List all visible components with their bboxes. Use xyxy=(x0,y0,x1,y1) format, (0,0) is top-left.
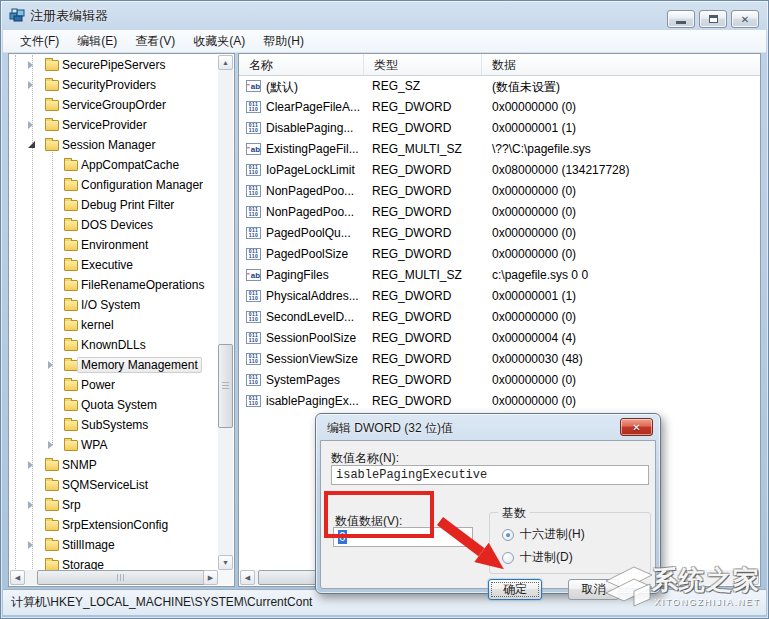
hex-radio-label[interactable]: 十六进制(H) xyxy=(520,526,585,543)
tree-item-filerenameoperations[interactable]: FileRenameOperations xyxy=(9,275,218,295)
column-header-data[interactable]: 数据 xyxy=(482,54,760,75)
tree-item-subsystems[interactable]: SubSystems xyxy=(9,415,218,435)
tree-item-label[interactable]: Quota System xyxy=(81,398,157,412)
tree-item-securepipeservers[interactable]: SecurePipeServers xyxy=(9,55,218,75)
table-row[interactable]: 011110ClearPageFileA...REG_DWORD0x000000… xyxy=(239,97,760,118)
table-row[interactable]: 011110DisablePaging...REG_DWORD0x0000000… xyxy=(239,118,760,139)
tree-item-label[interactable]: SrpExtensionConfig xyxy=(62,518,168,532)
tree-item-label[interactable]: SubSystems xyxy=(81,418,148,432)
expand-arrow-icon[interactable] xyxy=(48,441,53,449)
maximize-button[interactable] xyxy=(699,10,727,28)
ok-button[interactable]: 确定 xyxy=(488,579,542,600)
tree-item-label[interactable]: SQMServiceList xyxy=(62,478,148,492)
tree-item-label[interactable]: DOS Devices xyxy=(81,218,153,232)
tree-item-i-o-system[interactable]: I/O System xyxy=(9,295,218,315)
close-button[interactable]: ✕ xyxy=(731,10,759,28)
collapse-arrow-icon[interactable] xyxy=(28,141,35,148)
tree-item-environment[interactable]: Environment xyxy=(9,235,218,255)
expand-arrow-icon[interactable] xyxy=(28,541,33,549)
minimize-button[interactable] xyxy=(667,10,695,28)
tree-item-label[interactable]: WPA xyxy=(81,438,107,452)
table-row[interactable]: "ab(默认)REG_SZ(数值未设置) xyxy=(239,76,760,97)
tree-item-label[interactable]: FileRenameOperations xyxy=(81,278,204,292)
menu-item-2[interactable]: 查看(V) xyxy=(126,30,184,53)
dec-radio-label[interactable]: 十进制(D) xyxy=(520,549,573,566)
tree-item-knowndlls[interactable]: KnownDLLs xyxy=(9,335,218,355)
scroll-down-arrow[interactable]: ▼ xyxy=(218,555,233,570)
tree-item-label[interactable]: Debug Print Filter xyxy=(81,198,174,212)
tree-item-label[interactable]: ServiceGroupOrder xyxy=(62,98,166,112)
expand-arrow-icon[interactable] xyxy=(28,81,33,89)
table-row[interactable]: 011110SessionPoolSizeREG_DWORD0x00000004… xyxy=(239,328,760,349)
tree-item-label[interactable]: StillImage xyxy=(62,538,115,552)
dec-radio[interactable] xyxy=(502,552,514,564)
table-row[interactable]: 011110NonPagedPoo...REG_DWORD0x00000000 … xyxy=(239,181,760,202)
tree-item-label[interactable]: Memory Management xyxy=(77,357,202,373)
tree-item-dos-devices[interactable]: DOS Devices xyxy=(9,215,218,235)
menu-item-4[interactable]: 帮助(H) xyxy=(254,30,313,53)
tree-item-label[interactable]: Environment xyxy=(81,238,148,252)
tree-vertical-scrollbar[interactable]: ▲ ▼ xyxy=(218,55,233,570)
tree-item-kernel[interactable]: kernel xyxy=(9,315,218,335)
tree-item-sqmservicelist[interactable]: SQMServiceList xyxy=(9,475,218,495)
scroll-up-arrow[interactable]: ▲ xyxy=(218,55,233,70)
tree-item-label[interactable]: Session Manager xyxy=(62,138,155,152)
tree-item-session-manager[interactable]: Session Manager xyxy=(9,135,218,155)
expand-arrow-icon[interactable] xyxy=(48,361,53,369)
hex-radio[interactable] xyxy=(502,529,514,541)
tree-vscroll-thumb[interactable] xyxy=(218,344,233,428)
tree-item-quota-system[interactable]: Quota System xyxy=(9,395,218,415)
tree-item-power[interactable]: Power xyxy=(9,375,218,395)
tree-item-label[interactable]: Power xyxy=(81,378,115,392)
tree-item-label[interactable]: AppCompatCache xyxy=(81,158,179,172)
scroll-left-arrow[interactable]: ◀ xyxy=(240,570,255,585)
table-row[interactable]: 011110isablePagingEx...REG_DWORD0x000000… xyxy=(239,391,760,412)
tree-item-stillimage[interactable]: StillImage xyxy=(9,535,218,555)
menu-item-0[interactable]: 文件(F) xyxy=(11,30,68,53)
table-row[interactable]: "abExistingPageFil...REG_MULTI_SZ\??\C:\… xyxy=(239,139,760,160)
tree-item-executive[interactable]: Executive xyxy=(9,255,218,275)
tree-item-label[interactable]: Storage xyxy=(62,558,104,570)
tree-item-servicegrouporder[interactable]: ServiceGroupOrder xyxy=(9,95,218,115)
tree-item-securityproviders[interactable]: SecurityProviders xyxy=(9,75,218,95)
tree-hscroll-thumb[interactable] xyxy=(37,570,205,585)
tree-item-label[interactable]: Configuration Manager xyxy=(81,178,203,192)
expand-arrow-icon[interactable] xyxy=(28,501,33,509)
table-row[interactable]: "abPagingFilesREG_MULTI_SZc:\pagefile.sy… xyxy=(239,265,760,286)
table-row[interactable]: 011110NonPagedPoo...REG_DWORD0x00000000 … xyxy=(239,202,760,223)
table-row[interactable]: 011110SystemPagesREG_DWORD0x00000000 (0) xyxy=(239,370,760,391)
tree-item-storage[interactable]: Storage xyxy=(9,555,218,570)
tree-item-label[interactable]: Srp xyxy=(62,498,81,512)
tree-item-label[interactable]: SecurePipeServers xyxy=(62,58,165,72)
scroll-left-arrow[interactable]: ◀ xyxy=(10,570,25,585)
column-header-type[interactable]: 类型 xyxy=(364,54,482,75)
tree-item-wpa[interactable]: WPA xyxy=(9,435,218,455)
menu-item-3[interactable]: 收藏夹(A) xyxy=(184,30,254,53)
scroll-right-arrow[interactable]: ▶ xyxy=(203,570,218,585)
table-row[interactable]: 011110SessionViewSizeREG_DWORD0x00000030… xyxy=(239,349,760,370)
expand-arrow-icon[interactable] xyxy=(28,61,33,69)
tree-item-label[interactable]: kernel xyxy=(81,318,114,332)
tree-item-label[interactable]: Executive xyxy=(81,258,133,272)
tree-item-memory-management[interactable]: Memory Management xyxy=(9,355,218,375)
column-header-name[interactable]: 名称 xyxy=(239,54,364,75)
table-row[interactable]: 011110PagedPoolQu...REG_DWORD0x00000000 … xyxy=(239,223,760,244)
tree-item-srpextensionconfig[interactable]: SrpExtensionConfig xyxy=(9,515,218,535)
expand-arrow-icon[interactable] xyxy=(28,461,33,469)
tree-item-label[interactable]: I/O System xyxy=(81,298,140,312)
expand-arrow-icon[interactable] xyxy=(28,121,33,129)
table-row[interactable]: 011110PhysicalAddres...REG_DWORD0x000000… xyxy=(239,286,760,307)
tree-horizontal-scrollbar[interactable]: ◀ ▶ xyxy=(10,570,218,585)
tree-item-snmp[interactable]: SNMP xyxy=(9,455,218,475)
tree-item-label[interactable]: ServiceProvider xyxy=(62,118,147,132)
tree-item-srp[interactable]: Srp xyxy=(9,495,218,515)
dialog-close-button[interactable]: ✕ xyxy=(620,418,653,436)
table-row[interactable]: 011110IoPageLockLimitREG_DWORD0x08000000… xyxy=(239,160,760,181)
tree-item-appcompatcache[interactable]: AppCompatCache xyxy=(9,155,218,175)
title-bar[interactable]: 注册表编辑器 ✕ xyxy=(0,0,769,30)
table-row[interactable]: 011110SecondLevelD...REG_DWORD0x00000000… xyxy=(239,307,760,328)
tree-item-serviceprovider[interactable]: ServiceProvider xyxy=(9,115,218,135)
table-row[interactable]: 011110PagedPoolSizeREG_DWORD0x00000000 (… xyxy=(239,244,760,265)
menu-item-1[interactable]: 编辑(E) xyxy=(68,30,126,53)
value-name-field[interactable]: isablePagingExecutive xyxy=(331,465,649,485)
